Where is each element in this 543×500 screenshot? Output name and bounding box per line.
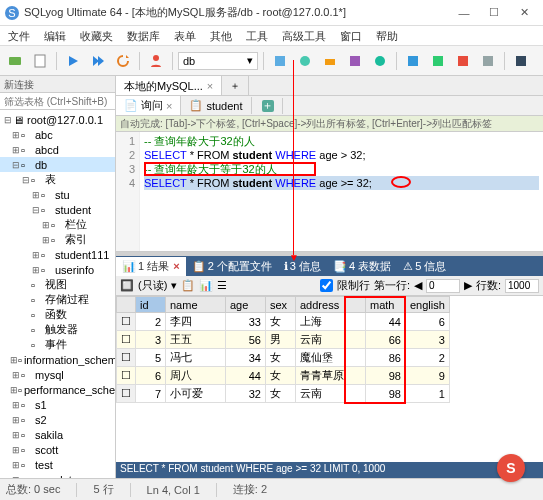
col-header[interactable]	[117, 297, 136, 313]
conn-tab[interactable]: 本地的MySQL...×	[116, 76, 222, 95]
result-grid[interactable]: idnameagesexaddressmathenglish☐2李四33女上海4…	[116, 296, 450, 403]
cell[interactable]: 李四	[166, 313, 226, 331]
tree-item[interactable]: ⊞▫索引	[0, 232, 115, 247]
tree-item[interactable]: ⊞▫栏位	[0, 217, 115, 232]
tree-item[interactable]: ⊞▫userdata	[0, 472, 115, 478]
col-header[interactable]: sex	[266, 297, 296, 313]
close-icon[interactable]: ×	[173, 260, 179, 272]
tree-item[interactable]: ▫视图	[0, 277, 115, 292]
cell[interactable]: 周八	[166, 367, 226, 385]
tree-item[interactable]: ⊞▫stu	[0, 187, 115, 202]
col-header[interactable]: id	[136, 297, 166, 313]
rtab-result[interactable]: 📊 1 结果×	[116, 257, 186, 276]
cell[interactable]: 32	[226, 385, 266, 403]
maximize-button[interactable]: ☐	[479, 2, 509, 24]
cell[interactable]: 1	[406, 385, 450, 403]
cell[interactable]: 7	[136, 385, 166, 403]
execute-all-icon[interactable]	[87, 50, 109, 72]
cell[interactable]: 女	[266, 313, 296, 331]
cell[interactable]: 云南	[296, 385, 366, 403]
cell[interactable]: 2	[136, 313, 166, 331]
tree[interactable]: ⊟🖥root@127.0.0.1 ⊞▫abc⊞▫abcd⊟▫db⊟▫表⊞▫stu…	[0, 110, 115, 478]
cell[interactable]: 6	[136, 367, 166, 385]
tree-item[interactable]: ▫触发器	[0, 322, 115, 337]
cell[interactable]: 女	[266, 367, 296, 385]
close-icon[interactable]: ×	[207, 80, 213, 92]
limit-checkbox[interactable]	[320, 279, 333, 292]
tool-icon-6[interactable]	[402, 50, 424, 72]
cell[interactable]: 魔仙堡	[296, 349, 366, 367]
float-button[interactable]: S	[497, 454, 525, 482]
db-selector[interactable]: db▾	[178, 52, 258, 70]
tree-item[interactable]: ⊟▫表	[0, 172, 115, 187]
menu-adv[interactable]: 高级工具	[280, 26, 328, 45]
rtab-info[interactable]: ℹ 3 信息	[278, 257, 327, 276]
menu-fav[interactable]: 收藏夹	[78, 26, 115, 45]
first-row-input[interactable]	[426, 279, 460, 293]
cell[interactable]: 6	[406, 313, 450, 331]
cell[interactable]: 33	[226, 313, 266, 331]
cell[interactable]: 男	[266, 331, 296, 349]
tree-item[interactable]: ⊞▫sakila	[0, 427, 115, 442]
close-button[interactable]: ✕	[509, 2, 539, 24]
sql-editor[interactable]: 1234 -- 查询年龄大于32的人 SELECT * FROM student…	[116, 132, 543, 252]
cell[interactable]: 上海	[296, 313, 366, 331]
tree-item[interactable]: ⊞▫userinfo	[0, 262, 115, 277]
tool-icon-9[interactable]	[477, 50, 499, 72]
menu-tools[interactable]: 工具	[244, 26, 270, 45]
col-header[interactable]: english	[406, 297, 450, 313]
execute-icon[interactable]	[62, 50, 84, 72]
menu-table[interactable]: 表单	[172, 26, 198, 45]
cell[interactable]: 云南	[296, 331, 366, 349]
cell[interactable]: ☐	[117, 313, 136, 331]
cell[interactable]: 2	[406, 349, 450, 367]
col-header[interactable]: math	[366, 297, 406, 313]
add-tab[interactable]: ＋	[252, 98, 283, 114]
cell[interactable]: 56	[226, 331, 266, 349]
cell[interactable]: 34	[226, 349, 266, 367]
cell[interactable]: ☐	[117, 349, 136, 367]
cell[interactable]: 小可爱	[166, 385, 226, 403]
new-conn-icon[interactable]	[4, 50, 26, 72]
col-header[interactable]: age	[226, 297, 266, 313]
tree-item[interactable]: ⊞▫information_schema	[0, 352, 115, 367]
tool-icon-7[interactable]	[427, 50, 449, 72]
cell[interactable]: 女	[266, 385, 296, 403]
tree-item[interactable]: ⊞▫performance_schema	[0, 382, 115, 397]
tool-icon-5[interactable]	[369, 50, 391, 72]
rtab-tabledata[interactable]: 📑 4 表数据	[327, 257, 397, 276]
filter-input[interactable]	[0, 93, 115, 109]
cell[interactable]: 冯七	[166, 349, 226, 367]
cell[interactable]: 86	[366, 349, 406, 367]
tool-icon-2[interactable]	[294, 50, 316, 72]
tree-item[interactable]: ⊞▫abc	[0, 127, 115, 142]
minimize-button[interactable]: —	[449, 2, 479, 24]
tool-icon-8[interactable]	[452, 50, 474, 72]
row-count-input[interactable]	[505, 279, 539, 293]
tree-item[interactable]: ⊟▫student	[0, 202, 115, 217]
tree-item[interactable]: ⊞▫s2	[0, 412, 115, 427]
rtab-profile[interactable]: 📋 2 个配置文件	[186, 257, 278, 276]
tool-icon-1[interactable]	[269, 50, 291, 72]
col-header[interactable]: name	[166, 297, 226, 313]
tree-item[interactable]: ⊟▫db	[0, 157, 115, 172]
cell[interactable]: 9	[406, 367, 450, 385]
cell[interactable]: 66	[366, 331, 406, 349]
tree-item[interactable]: ⊞▫abcd	[0, 142, 115, 157]
code-area[interactable]: -- 查询年龄大于32的人 SELECT * FROM student WHER…	[140, 132, 543, 251]
tool-icon-3[interactable]	[319, 50, 341, 72]
cell[interactable]: ☐	[117, 385, 136, 403]
refresh-icon[interactable]	[112, 50, 134, 72]
menu-help[interactable]: 帮助	[374, 26, 400, 45]
tool-icon-10[interactable]	[510, 50, 532, 72]
add-conn-tab[interactable]: ＋	[222, 76, 249, 95]
cell[interactable]: 44	[366, 313, 406, 331]
cell[interactable]: 98	[366, 367, 406, 385]
tree-item[interactable]: ▫事件	[0, 337, 115, 352]
cell[interactable]: ☐	[117, 331, 136, 349]
col-header[interactable]: address	[296, 297, 366, 313]
tab-query[interactable]: 📄询问×	[116, 96, 181, 115]
cell[interactable]: 5	[136, 349, 166, 367]
tab-student[interactable]: 📋student	[181, 97, 251, 114]
cell[interactable]: 青青草原	[296, 367, 366, 385]
